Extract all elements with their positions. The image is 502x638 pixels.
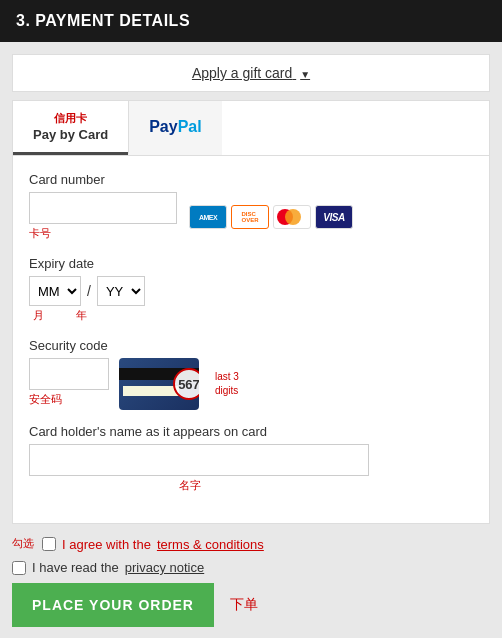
tabs-container: 信用卡 Pay by Card PayPal	[12, 100, 490, 155]
tab-paypal[interactable]: PayPal	[128, 101, 221, 155]
amex-icon: AMEX	[189, 205, 227, 229]
privacy-row: I have read the privacy notice	[12, 560, 490, 575]
expiry-separator: /	[87, 283, 91, 299]
discover-icon: DISCOVER	[231, 205, 269, 229]
card-number-label: Card number	[29, 172, 473, 187]
place-order-label: PLACE YOUR ORDER	[32, 597, 194, 613]
page-container: 3. PAYMENT DETAILS Apply a gift card ▼ 信…	[0, 0, 502, 638]
expiry-label: Expiry date	[29, 256, 473, 271]
cardholder-name-chinese: 名字	[179, 478, 473, 493]
cardholder-name-group: Card holder's name as it appears on card…	[29, 424, 473, 493]
expiry-month-select[interactable]: MM	[29, 276, 81, 306]
expiry-month-chinese: 月	[33, 308, 44, 323]
payment-form: Card number 卡号 AMEX DISCOVER	[12, 155, 490, 524]
mastercard-icon	[273, 205, 311, 229]
card-icons: AMEX DISCOVER VISA	[189, 205, 353, 229]
order-button-section: PLACE YOUR ORDER 下单	[12, 583, 490, 627]
terms-row: 勾选 I agree with the terms & conditions	[12, 536, 490, 552]
expiry-row: MM / YY	[29, 276, 473, 306]
privacy-link[interactable]: privacy notice	[125, 560, 204, 575]
security-code-chinese: 安全码	[29, 392, 109, 407]
card-back-image: 567	[119, 358, 199, 410]
tab-card-chinese: 信用卡	[33, 111, 108, 126]
gift-card-section: Apply a gift card ▼	[12, 54, 490, 92]
place-order-button[interactable]: PLACE YOUR ORDER	[12, 583, 214, 627]
terms-chinese: 勾选	[12, 536, 34, 551]
card-number-input[interactable]	[29, 192, 177, 224]
cvv-value: 567	[178, 377, 199, 392]
last3-text: last 3digits	[215, 370, 239, 398]
cvv-circle: 567	[173, 368, 199, 400]
gift-card-arrow: ▼	[300, 69, 310, 80]
terms-checkbox[interactable]	[42, 537, 56, 551]
expiry-year-chinese: 年	[76, 308, 87, 323]
security-group: Security code 安全码 567 last 3digits	[29, 338, 473, 410]
terms-prefix: I agree with the	[62, 537, 151, 552]
tab-card-label: Pay by Card	[33, 127, 108, 142]
visa-icon: VISA	[315, 205, 353, 229]
paypal-logo: PayPal	[149, 118, 201, 136]
section-title: 3. PAYMENT DETAILS	[16, 12, 190, 29]
tab-pay-by-card[interactable]: 信用卡 Pay by Card	[13, 101, 128, 155]
privacy-checkbox[interactable]	[12, 561, 26, 575]
security-label: Security code	[29, 338, 473, 353]
privacy-prefix: I have read the	[32, 560, 119, 575]
expiry-group: Expiry date MM / YY 月 年	[29, 256, 473, 324]
order-button-chinese: 下单	[230, 596, 258, 614]
card-number-group: Card number 卡号 AMEX DISCOVER	[29, 172, 473, 242]
section-header: 3. PAYMENT DETAILS	[0, 0, 502, 42]
card-number-row: 卡号 AMEX DISCOVER	[29, 192, 473, 242]
checkboxes-section: 勾选 I agree with the terms & conditions I…	[12, 536, 490, 575]
cvv-illustration: 567 last 3digits	[119, 358, 239, 410]
terms-link[interactable]: terms & conditions	[157, 537, 264, 552]
cardholder-name-input[interactable]	[29, 444, 369, 476]
gift-card-link[interactable]: Apply a gift card ▼	[192, 65, 310, 81]
expiry-year-select[interactable]: YY	[97, 276, 145, 306]
security-row: 安全码 567 last 3digits	[29, 358, 473, 410]
security-code-input[interactable]	[29, 358, 109, 390]
card-number-chinese: 卡号	[29, 226, 177, 241]
cardholder-name-label: Card holder's name as it appears on card	[29, 424, 473, 439]
last3-container: last 3digits	[215, 370, 239, 398]
card-back-signature	[123, 386, 179, 396]
